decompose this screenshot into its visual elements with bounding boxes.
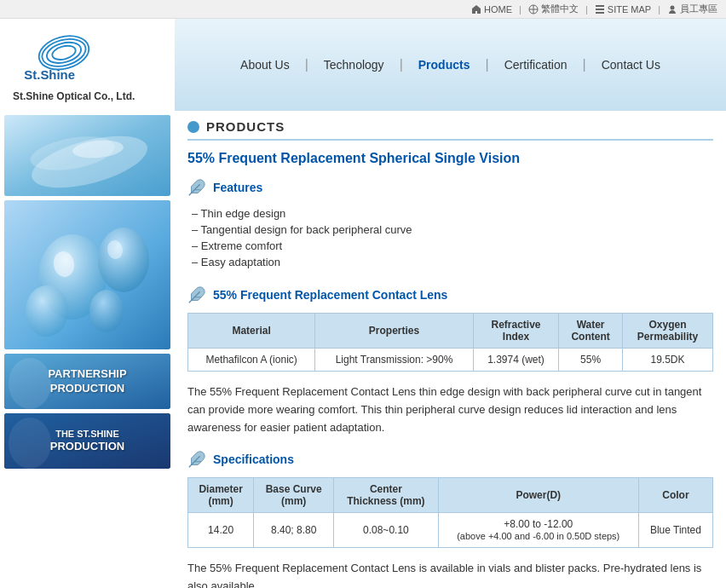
spec-col-power: Power(D) (438, 478, 638, 513)
description-text: The 55% Frequent Replacement Contact Len… (187, 383, 713, 436)
svg-point-16 (98, 228, 149, 292)
nav-products[interactable]: Products (403, 54, 486, 76)
table-row: Methafilcon A (ionic) Light Transmission… (188, 349, 713, 372)
sidebar-image-2 (4, 200, 170, 349)
svg-rect-3 (596, 12, 604, 14)
svg-point-22 (9, 358, 51, 409)
col-refractive: RefractiveIndex (473, 314, 558, 349)
svg-point-7 (44, 39, 83, 66)
svg-point-18 (89, 290, 124, 332)
svg-point-6 (39, 35, 89, 71)
banner2-line2: PRODUCTION (50, 440, 124, 454)
top-bar: HOME | 繁體中文 | SITE MAP | 員工專區 (0, 0, 726, 19)
logo-image: St.Shine (13, 27, 115, 87)
products-section-header: PRODUCTS (187, 119, 713, 141)
logo-area: St.Shine St.Shine Optical Co., Ltd. (0, 19, 175, 111)
specs-section: Specifications Diameter(mm) Base Curve(m… (187, 450, 713, 548)
spec-col-color: Color (638, 478, 712, 513)
banner2-line1: THE ST.SHINE (50, 428, 124, 440)
banner1-line1: PARTNERSHIP (48, 367, 126, 382)
spec-base: 8.40; 8.80 (254, 513, 334, 548)
bottom-text: The 55% Frequent Replacement Contact Len… (187, 560, 713, 588)
header: St.Shine St.Shine Optical Co., Ltd. Abou… (0, 19, 726, 111)
svg-point-24 (9, 418, 51, 469)
product-title: 55% Frequent Replacement Spherical Singl… (187, 151, 713, 166)
spec-color: Blue Tinted (638, 513, 712, 548)
col-oxygen: OxygenPermeability (622, 314, 712, 349)
section-icon (187, 121, 199, 133)
main-content: PRODUCTS 55% Frequent Replacement Spheri… (175, 111, 726, 588)
features-list: – Thin edge design – Tangential design f… (187, 205, 713, 270)
section-title: PRODUCTS (206, 119, 285, 134)
nav-about[interactable]: About Us (225, 54, 305, 76)
lens-header: 55% Frequent Replacement Contact Lens (187, 285, 713, 304)
features-section: Features – Thin edge design – Tangential… (187, 178, 713, 270)
feature-item-2: – Tangential design for back peripheral … (192, 222, 713, 238)
cell-material: Methafilcon A (ionic) (188, 349, 315, 372)
features-title: Features (213, 181, 262, 194)
spec-col-base: Base Curve(mm) (254, 478, 334, 513)
spec-col-diameter: Diameter(mm) (188, 478, 254, 513)
cell-water: 55% (559, 349, 623, 372)
col-water: WaterContent (559, 314, 623, 349)
feature-item-3: – Extreme comfort (192, 238, 713, 254)
employee-link[interactable]: 員工專區 (667, 3, 717, 15)
layout: PARTNERSHIP PRODUCTION THE ST.SHINE PROD… (0, 111, 726, 588)
nav-technology[interactable]: Technology (308, 54, 400, 76)
navigation: About Us | Technology | Products | Certi… (175, 19, 726, 111)
cell-properties: Light Transmission: >90% (315, 349, 474, 372)
sidebar-banner-partnership[interactable]: PARTNERSHIP PRODUCTION (4, 354, 170, 409)
nav-contact[interactable]: Contact Us (586, 54, 676, 76)
sidebar: PARTNERSHIP PRODUCTION THE ST.SHINE PROD… (0, 111, 175, 588)
svg-point-17 (26, 285, 68, 337)
specs-icon (187, 450, 206, 469)
svg-point-4 (671, 5, 675, 9)
svg-rect-1 (596, 5, 604, 7)
sitemap-link[interactable]: SITE MAP (595, 4, 651, 14)
specs-header: Specifications (187, 450, 713, 469)
home-link[interactable]: HOME (471, 4, 512, 14)
banner1-line2: PRODUCTION (48, 382, 126, 396)
lens-table: Material Properties RefractiveIndex Wate… (187, 313, 713, 372)
svg-text:St.Shine: St.Shine (24, 67, 75, 82)
specs-table: Diameter(mm) Base Curve(mm) CenterThickn… (187, 477, 713, 548)
specs-title: Specifications (213, 453, 294, 466)
spec-center: 0.08~0.10 (334, 513, 438, 548)
feature-item-1: – Thin edge design (192, 205, 713, 222)
company-name: St.Shine Optical Co., Ltd. (13, 90, 135, 102)
cell-refractive: 1.3974 (wet) (473, 349, 558, 372)
sidebar-banner-production[interactable]: THE ST.SHINE PRODUCTION (4, 413, 170, 469)
spec-diameter: 14.20 (188, 513, 254, 548)
sidebar-image-1 (4, 115, 170, 196)
lens-section: 55% Frequent Replacement Contact Lens Ma… (187, 285, 713, 372)
cell-oxygen: 19.5DK (622, 349, 712, 372)
feature-item-4: – Easy adaptation (192, 254, 713, 270)
spec-power: +8.00 to -12.00(above +4.00 and -6.00 in… (438, 513, 638, 548)
spec-row: 14.20 8.40; 8.80 0.08~0.10 +8.00 to -12.… (188, 513, 713, 548)
col-properties: Properties (315, 314, 474, 349)
svg-rect-2 (596, 9, 604, 10)
nav-certification[interactable]: Certification (489, 54, 583, 76)
features-icon (187, 178, 206, 197)
chinese-link[interactable]: 繁體中文 (528, 3, 579, 15)
lens-icon (187, 285, 206, 304)
nav-menu: About Us | Technology | Products | Certi… (225, 54, 676, 76)
lens-title: 55% Frequent Replacement Contact Lens (213, 288, 447, 302)
spec-col-center: CenterThickness (mm) (334, 478, 438, 513)
col-material: Material (188, 314, 315, 349)
features-header: Features (187, 178, 713, 197)
